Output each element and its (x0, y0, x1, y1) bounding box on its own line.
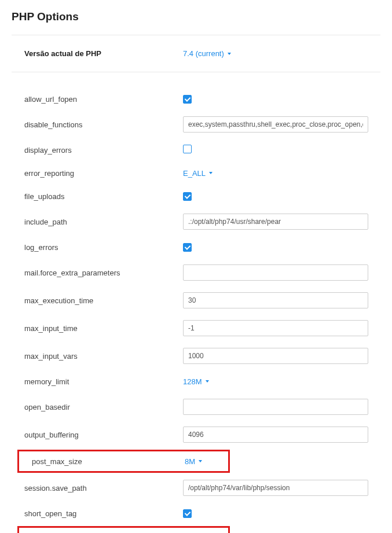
option-label: max_execution_time (24, 296, 183, 305)
short-open-tag-checkbox[interactable] (183, 509, 192, 518)
option-label: max_input_vars (24, 352, 183, 361)
option-open-basedir: open_basedir (12, 393, 380, 421)
option-label: log_errors (24, 243, 183, 252)
option-upload-max-filesize: upload_max_filesize 2M (17, 526, 230, 533)
php-version-label: Versão actual de PHP (24, 49, 183, 58)
caret-down-icon (199, 460, 202, 462)
option-label: allow_url_fopen (24, 95, 183, 104)
option-include-path: include_path (12, 208, 380, 236)
php-version-value: 7.4 (current) (183, 49, 224, 58)
option-short-open-tag: short_open_tag (12, 502, 380, 525)
disable-functions-input[interactable] (183, 116, 368, 133)
option-label: session.save_path (24, 484, 183, 492)
option-max-input-time: max_input_time (12, 314, 380, 342)
max-input-vars-input[interactable] (183, 348, 368, 364)
option-max-input-vars: max_input_vars (12, 342, 380, 370)
php-version-dropdown[interactable]: 7.4 (current) (183, 49, 231, 58)
option-allow-url-fopen: allow_url_fopen (12, 87, 380, 111)
php-version-row: Versão actual de PHP 7.4 (current) (12, 35, 380, 72)
option-disable-functions: disable_functions (12, 111, 380, 138)
option-label: output_buffering (24, 431, 183, 439)
option-label: mail.force_extra_parameters (24, 269, 183, 277)
page-title: PHP Options (12, 10, 380, 23)
option-log-errors: log_errors (12, 236, 380, 259)
open-basedir-input[interactable] (183, 399, 368, 415)
option-file-uploads: file_uploads (12, 185, 380, 208)
option-display-errors: display_errors (12, 138, 380, 161)
option-output-buffering: output_buffering (12, 421, 380, 449)
option-label: file_uploads (24, 192, 183, 201)
option-memory-limit: memory_limit 128M (12, 370, 380, 393)
caret-down-icon (228, 53, 231, 55)
option-max-execution-time: max_execution_time (12, 286, 380, 314)
memory-limit-dropdown[interactable]: 128M (183, 377, 209, 386)
option-label: memory_limit (24, 377, 183, 386)
include-path-input[interactable] (183, 214, 368, 230)
error-reporting-dropdown[interactable]: E_ALL (183, 169, 213, 178)
option-label: include_path (24, 218, 183, 226)
option-error-reporting: error_reporting E_ALL (12, 161, 380, 185)
log-errors-checkbox[interactable] (183, 243, 192, 252)
option-mail-force-extra-parameters: mail.force_extra_parameters (12, 259, 380, 286)
option-label: post_max_size (32, 457, 185, 466)
option-label: display_errors (24, 146, 183, 155)
dropdown-value: 8M (185, 457, 195, 466)
file-uploads-checkbox[interactable] (183, 192, 192, 201)
option-session-save-path: session.save_path (12, 474, 380, 502)
option-label: open_basedir (24, 403, 183, 411)
option-label: short_open_tag (24, 509, 183, 518)
post-max-size-dropdown[interactable]: 8M (185, 457, 202, 466)
caret-down-icon (209, 172, 213, 174)
option-post-max-size: post_max_size 8M (17, 450, 230, 473)
caret-down-icon (206, 380, 209, 383)
mail-force-extra-parameters-input[interactable] (183, 264, 368, 281)
option-label: error_reporting (24, 169, 183, 178)
dropdown-value: 128M (183, 377, 202, 386)
max-execution-time-input[interactable] (183, 292, 368, 308)
option-label: disable_functions (24, 120, 183, 129)
max-input-time-input[interactable] (183, 320, 368, 336)
dropdown-value: E_ALL (183, 169, 206, 178)
display-errors-checkbox[interactable] (183, 145, 192, 153)
option-label: max_input_time (24, 324, 183, 333)
session-save-path-input[interactable] (183, 480, 368, 496)
allow-url-fopen-checkbox[interactable] (183, 95, 192, 104)
output-buffering-input[interactable] (183, 427, 368, 443)
